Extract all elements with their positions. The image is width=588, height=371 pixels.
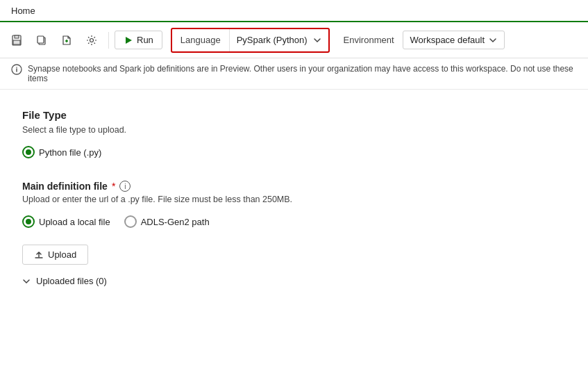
copy-icon <box>36 35 47 46</box>
svg-point-7 <box>90 38 94 42</box>
upload-local-label: Upload a local file <box>39 217 110 227</box>
language-label: Language <box>172 29 230 51</box>
info-icon <box>11 64 22 77</box>
run-label: Run <box>137 35 153 45</box>
toolbar: Run Language PySpark (Python) Environmen… <box>0 22 588 58</box>
python-file-radio[interactable] <box>22 146 35 158</box>
settings-button[interactable] <box>81 29 103 51</box>
def-title: Main definition file <box>22 181 108 192</box>
python-file-option[interactable]: Python file (.py) <box>22 146 566 158</box>
def-info-icon[interactable]: i <box>119 181 131 192</box>
save-icon <box>11 35 22 46</box>
uploaded-files-row[interactable]: Uploaded files (0) <box>22 276 566 286</box>
upload-arrow-icon <box>34 250 44 260</box>
def-subtitle: Upload or enter the url of a .py file. F… <box>22 195 566 204</box>
upload-options: Upload a local file ADLS-Gen2 path <box>22 215 566 233</box>
svg-rect-4 <box>37 36 44 43</box>
environment-selector[interactable]: Workspace default <box>403 31 505 49</box>
adls-option[interactable]: ADLS-Gen2 path <box>124 215 210 228</box>
new-file-button[interactable] <box>56 29 78 51</box>
title-bar: Home <box>0 0 588 22</box>
copy-button[interactable] <box>31 29 53 51</box>
environment-label: Environment <box>344 35 394 45</box>
python-file-label: Python file (.py) <box>39 147 101 158</box>
adls-label: ADLS-Gen2 path <box>141 217 210 227</box>
info-text: Synapse notebooks and Spark job definiti… <box>28 64 577 83</box>
svg-point-10 <box>16 67 17 68</box>
main-definition-section: Main definition file * i Upload or enter… <box>22 181 566 286</box>
chevron-down-icon <box>22 277 31 286</box>
info-banner: Synapse notebooks and Spark job definiti… <box>0 58 588 90</box>
uploaded-files-label: Uploaded files (0) <box>36 276 107 286</box>
environment-chevron-icon <box>489 36 497 44</box>
upload-button-label: Upload <box>48 249 76 260</box>
environment-value: Workspace default <box>410 35 485 45</box>
save-button[interactable] <box>6 29 28 51</box>
new-file-icon <box>61 35 72 46</box>
language-chevron-icon <box>313 36 321 44</box>
svg-rect-1 <box>15 35 19 38</box>
upload-local-option[interactable]: Upload a local file <box>22 215 110 228</box>
upload-local-radio[interactable] <box>22 215 35 228</box>
def-header: Main definition file * i <box>22 181 566 192</box>
svg-rect-2 <box>13 40 20 44</box>
file-type-title: File Type <box>22 109 566 121</box>
run-button[interactable]: Run <box>115 31 162 49</box>
run-icon <box>124 35 133 45</box>
file-type-subtitle: Select a file type to upload. <box>22 125 566 135</box>
settings-icon <box>86 35 97 46</box>
file-type-section: File Type Select a file type to upload. … <box>22 109 566 158</box>
divider <box>108 32 109 49</box>
required-star: * <box>112 181 115 192</box>
home-tab[interactable]: Home <box>8 0 38 22</box>
main-content: File Type Select a file type to upload. … <box>0 90 588 306</box>
adls-radio[interactable] <box>124 215 137 228</box>
language-value[interactable]: PySpark (Python) <box>230 29 328 51</box>
language-selector[interactable]: Language PySpark (Python) <box>171 28 330 53</box>
upload-button[interactable]: Upload <box>22 245 88 265</box>
